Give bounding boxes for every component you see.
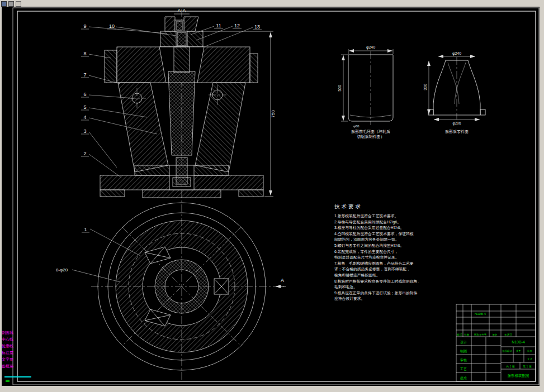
tech-requirement-line: 3.模座与导柱的配合采用过盈配合H7/r6。 xyxy=(334,225,443,231)
sheet-number: 第 1 张 xyxy=(523,365,532,369)
sig-approve: 批准 xyxy=(460,376,467,380)
tech-requirement-line: 7.棱角、毛刺和键槽应倒圆角，产品符合工艺要 xyxy=(334,261,443,267)
tech-requirement-line: 4.凸凹模装配后应符合工艺技术要求，保证凹模 xyxy=(334,231,443,237)
part-dim-bottom: φ206 xyxy=(452,121,461,126)
callout-12: 12 xyxy=(234,23,240,28)
rev-col-count: 处数 xyxy=(465,333,470,336)
blank-view-caption-2: 切锯后制件图） xyxy=(357,135,385,139)
assembly-section-view xyxy=(100,17,263,198)
titlebar xyxy=(0,0,544,7)
part-dim-top: φ240 xyxy=(452,51,461,56)
plan-section-arrow-label: A xyxy=(281,278,284,283)
grid-icon[interactable] xyxy=(8,1,14,7)
tech-requirement-line: 应符合设计要求。 xyxy=(334,296,443,302)
layer-label[interactable]: 中心线 xyxy=(2,336,13,343)
tech-requirement-line: 间隙均匀，沿圆周方向各处间隙一致。 xyxy=(334,237,443,243)
sig-draft: 制图 xyxy=(460,350,467,353)
tech-requirement-line: 特别是过盈配合尺寸均应检查并记录。 xyxy=(334,255,443,261)
tech-requirement-line: 5.螺钉与各零件之间的配合均按照H7/r6。 xyxy=(334,243,443,249)
cad-canvas[interactable]: A-A 750 9 10 11 12 13 8 7 6 5 4 3 2 1 xyxy=(2,7,540,386)
tech-requirement-line: 毛刺和毛边。 xyxy=(334,284,443,290)
tech-requirement-line: 9.模具应在正常的条件下进行试验；胀形出的制件 xyxy=(334,290,443,297)
scale-label: 比例 xyxy=(527,350,532,353)
drawing-code: N10B-4 xyxy=(475,312,486,315)
layer-label[interactable]: 文字层 xyxy=(2,356,13,363)
blank-view xyxy=(341,49,393,121)
tech-requirement-line: 8.检验时严格按要求检查各零件加工时残留的锐角、 xyxy=(334,279,443,285)
stage-label: 阶段标记 xyxy=(503,350,513,353)
callout-5: 5 xyxy=(83,104,86,110)
layer-labels: 剖面线 中心线 轮廓线 标注层 文字层 图框层 xyxy=(2,329,13,370)
tech-requirement-line: 2.导柱与导套配合采用间隙配合H7/g6。 xyxy=(334,219,443,226)
rev-col-docno: 更改文件号 xyxy=(474,333,487,336)
blank-dim-side: 500 xyxy=(338,85,342,92)
layer-label[interactable]: 轮廓线 xyxy=(2,343,13,350)
rev-col-date: 年月日 xyxy=(504,333,512,336)
sheet-border xyxy=(13,8,539,385)
scale-value: 1:2 xyxy=(527,357,532,361)
blank-dim-top: φ240 xyxy=(366,45,375,50)
callout-11: 11 xyxy=(216,23,221,28)
callout-6: 6 xyxy=(83,92,86,97)
dim-750-text: 750 xyxy=(271,110,276,118)
callout-8: 8 xyxy=(83,51,86,56)
code-cell: N10B-4 xyxy=(512,340,525,344)
hole-note: 8-φ20 xyxy=(56,267,68,273)
title-block-text: 标记 处数 更改文件号 签名 年月日 N10B-4 设计 制图 审核 工艺 批准… xyxy=(457,312,533,380)
command-line-marker xyxy=(4,376,31,377)
document-icon[interactable] xyxy=(16,1,21,7)
layer-label[interactable]: 标注层 xyxy=(2,350,13,356)
rev-col-sign: 签名 xyxy=(493,333,498,336)
part-dim-side: 300 xyxy=(423,84,427,90)
callout-4: 4 xyxy=(83,114,86,120)
tech-requirement-line: 求；不合格的残品务必修整，否则不得装配， xyxy=(334,266,443,273)
callout-1: 1 xyxy=(84,227,87,232)
layer-label[interactable]: 图框层 xyxy=(2,363,13,370)
callout-3: 3 xyxy=(83,128,86,134)
tech-requirement-line: 棱角和键槽应严格按图纸。 xyxy=(334,273,443,279)
callout-9: 9 xyxy=(83,23,86,29)
key-slot-right xyxy=(214,279,229,294)
callout-7: 7 xyxy=(83,72,86,78)
app-icon[interactable] xyxy=(1,1,7,7)
tech-requirements-title: 技术要求 xyxy=(334,203,443,211)
blank-dim-bottom: φ60 xyxy=(353,125,359,128)
callout-10: 10 xyxy=(109,23,115,29)
callout-13: 13 xyxy=(254,24,260,30)
drawing-name: 胀形模装配图 xyxy=(508,374,529,378)
status-marker xyxy=(6,380,10,382)
technical-requirements: 技术要求 1.胀形模装配后应符合工艺技术要求。 2.导柱与导套配合采用间隙配合H… xyxy=(334,203,443,302)
tech-requirement-line: 1.胀形模装配后应符合工艺技术要求。 xyxy=(334,213,443,219)
sig-check: 审核 xyxy=(460,358,467,362)
cad-drawing: A-A 750 9 10 11 12 13 8 7 6 5 4 3 2 1 xyxy=(2,7,540,386)
sig-process: 工艺 xyxy=(460,367,467,371)
blank-view-caption-1: 胀形前毛坯图（环轧后 xyxy=(351,130,390,134)
section-label-text: A-A xyxy=(177,8,186,13)
sheet-total: 共 1 张 xyxy=(506,365,515,369)
callout-2: 2 xyxy=(83,151,86,156)
layer-label[interactable]: 剖面线 xyxy=(2,329,13,336)
tech-requirement-line: 6.装配完成后，零件的主要配合尺寸， xyxy=(334,249,443,255)
weight-label: 质量 xyxy=(516,350,521,352)
rev-col-mark: 标记 xyxy=(457,333,463,337)
part-view-caption: 胀形后零件图 xyxy=(445,130,469,134)
sig-design: 设计 xyxy=(460,340,467,344)
